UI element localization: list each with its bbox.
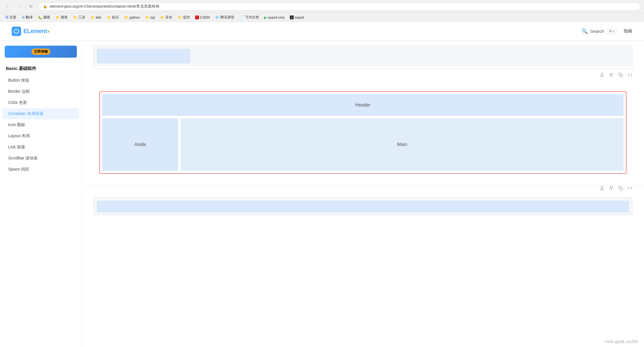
demo1-beaker-button[interactable] xyxy=(600,73,604,78)
svg-line-5 xyxy=(611,74,612,75)
demo1-code-button[interactable] xyxy=(628,73,632,78)
bookmark-saas4[interactable]: ▶ saas4-cms xyxy=(262,15,286,20)
address-bar[interactable]: 🔒 element-plus.org/zh-CN/component/conta… xyxy=(39,2,640,11)
demo2-actions xyxy=(82,186,644,193)
sidebar-item-border[interactable]: Border 边框 xyxy=(2,86,79,97)
container-demo: Header Aside Main xyxy=(94,85,632,180)
mindmap-icon: 🐛 xyxy=(38,16,42,20)
url-text: element-plus.org/zh-CN/component/contain… xyxy=(50,4,636,9)
bookmark-csdn[interactable]: C CSDN xyxy=(193,15,212,20)
sidebar-item-space[interactable]: Space 间距 xyxy=(2,164,79,175)
bookmark-entertainment[interactable]: 📁 娱乐 xyxy=(105,14,121,20)
svg-point-9 xyxy=(611,189,612,190)
bookmark-k8s[interactable]: 📁 k8s xyxy=(89,15,103,20)
svg-point-8 xyxy=(612,187,613,188)
bookmark-monitor[interactable]: 📁 监控 xyxy=(176,14,192,20)
demo-preview-bottom xyxy=(94,197,632,215)
feishu-icon: 📄 xyxy=(240,16,244,20)
saas4-icon: ▶ xyxy=(264,16,267,20)
demo2-code-button[interactable] xyxy=(628,186,632,192)
lock-icon: 🔒 xyxy=(43,4,47,8)
search-button[interactable]: 🔍 Search ⌘ K xyxy=(581,28,617,35)
sidebar-item-layout[interactable]: Layout 布局 xyxy=(2,130,79,142)
svg-line-10 xyxy=(610,187,611,189)
folder-icon-4: 📁 xyxy=(107,16,111,20)
translate-label: 翻译 xyxy=(26,15,33,20)
shortcut-cmd: ⌘ xyxy=(609,29,612,33)
demo-main-section: Main xyxy=(181,118,624,171)
bookmark-python[interactable]: 📁 python xyxy=(122,15,142,20)
folder-icon-6: 📁 xyxy=(145,16,150,20)
folder-icon-1: 📁 xyxy=(56,16,60,20)
reload-button[interactable]: ↻ xyxy=(27,2,35,11)
svg-line-4 xyxy=(610,74,611,75)
svg-rect-12 xyxy=(620,188,623,190)
demo1-actions xyxy=(82,69,644,80)
sidebar-item-scrollbar[interactable]: Scrollbar 滚动条 xyxy=(2,153,79,164)
folder-icon-5: 📁 xyxy=(124,16,129,20)
sidebar-item-button[interactable]: Button 按钮 xyxy=(2,75,79,86)
demo-outer-border: Header Aside Main xyxy=(99,91,626,174)
sidebar-section-title: Basic 基础组件 xyxy=(0,63,82,75)
bookmarks-bar: 百 百度 译 翻译 🐛 脑图 📁 鹿客 📁 工具 📁 k8s 📁 娱乐 📁 xyxy=(0,13,644,22)
folder-icon-8: 📁 xyxy=(178,16,182,20)
baidu-icon: 百 xyxy=(5,15,8,20)
sidebar: 立即体验 Basic 基础组件 Button 按钮 Border 边框 Colo… xyxy=(0,41,82,347)
bookmark-baidu[interactable]: 百 百度 xyxy=(4,14,18,20)
search-icon: 🔍 xyxy=(581,28,588,35)
demo1-fork-button[interactable] xyxy=(609,73,614,78)
back-button[interactable]: ← xyxy=(4,2,12,11)
bookmark-feishu[interactable]: 📄 飞书文档 xyxy=(238,14,261,20)
bookmark-luke[interactable]: 📁 鹿客 xyxy=(54,14,70,20)
cta-badge: 立即体验 xyxy=(32,49,50,55)
sidebar-item-link[interactable]: Link 链接 xyxy=(2,142,79,153)
bookmark-translate[interactable]: 译 翻译 xyxy=(20,14,34,20)
demo2-beaker-button[interactable] xyxy=(600,186,604,192)
demo-block-top-partial xyxy=(82,41,644,69)
demo-preview-top xyxy=(94,46,632,69)
forward-button[interactable]: → xyxy=(15,2,23,11)
demo-body-row: Aside Main xyxy=(102,118,624,171)
saas4-2-icon: s xyxy=(290,16,294,19)
sidebar-item-container[interactable]: Container 布局容器 xyxy=(2,108,79,119)
site-logo[interactable]: ELement+ xyxy=(12,27,50,36)
logo-icon xyxy=(12,27,21,36)
bookmark-tencent[interactable]: 💎 腾讯课堂 xyxy=(213,14,236,20)
translate-icon: 译 xyxy=(22,15,25,20)
svg-point-3 xyxy=(611,76,612,77)
bookmark-mindmap[interactable]: 🐛 脑图 xyxy=(36,14,52,20)
site-header-wrapper: ELement+ 🔍 Search ⌘ K 指南 xyxy=(0,22,644,41)
demo2-copy-button[interactable] xyxy=(618,186,623,192)
cta-button[interactable]: 立即体验 xyxy=(5,46,77,58)
svg-point-7 xyxy=(610,187,611,188)
shortcut-k: K xyxy=(612,30,614,33)
sidebar-item-icon[interactable]: Icon 图标 xyxy=(2,119,79,130)
bookmark-tools[interactable]: 📁 工具 xyxy=(71,14,87,20)
mindmap-label: 脑图 xyxy=(43,15,50,20)
demo-main-label: Main xyxy=(397,142,407,147)
nav-guide[interactable]: 指南 xyxy=(624,28,632,34)
demo-header-section: Header xyxy=(102,94,624,116)
svg-marker-0 xyxy=(14,29,19,34)
site-header: ELement+ 🔍 Search ⌘ K 指南 xyxy=(0,22,644,41)
demo2-fork-button[interactable] xyxy=(609,186,614,192)
demo1-copy-button[interactable] xyxy=(618,73,623,78)
search-shortcut: ⌘ K xyxy=(607,28,617,34)
page-footer: CSDN @运维-大白同学 xyxy=(605,340,638,344)
sidebar-item-color[interactable]: Color 色彩 xyxy=(2,97,79,108)
baidu-label: 百度 xyxy=(9,15,16,20)
logo-text: ELement+ xyxy=(23,28,50,35)
svg-point-1 xyxy=(610,73,611,74)
logo-plus: + xyxy=(47,29,50,34)
bookmark-saas4-2[interactable]: s saas4 xyxy=(288,15,306,20)
folder-icon-7: 📁 xyxy=(160,16,165,20)
browser-chrome: ← → ↻ 🔒 element-plus.org/zh-CN/component… xyxy=(0,0,644,22)
demo-block-bottom-partial xyxy=(82,193,644,215)
bookmark-sql[interactable]: 📁 sql xyxy=(143,15,157,20)
folder-icon-2: 📁 xyxy=(73,16,77,20)
demo-aside-section: Aside xyxy=(102,118,178,171)
page-layout: 立即体验 Basic 基础组件 Button 按钮 Border 边框 Colo… xyxy=(0,41,644,347)
bookmark-security[interactable]: 📁 安全 xyxy=(158,14,174,20)
search-label: Search xyxy=(590,29,604,34)
browser-toolbar: ← → ↻ 🔒 element-plus.org/zh-CN/component… xyxy=(0,0,644,13)
